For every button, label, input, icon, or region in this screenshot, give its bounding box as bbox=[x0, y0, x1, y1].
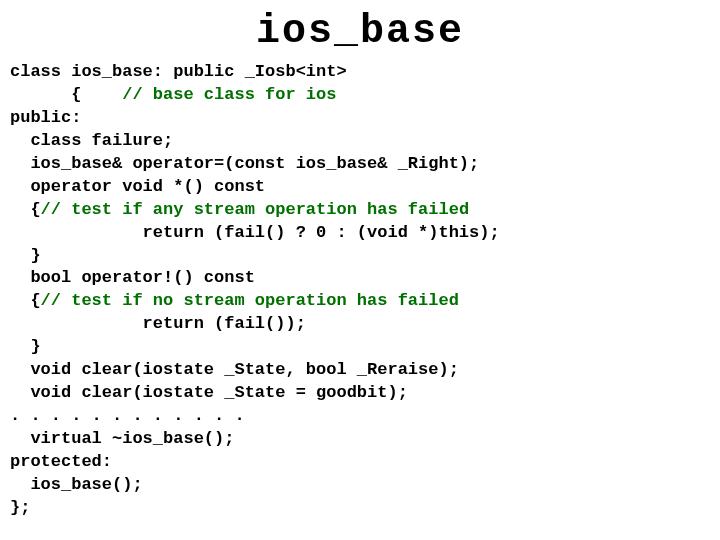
code-line: . . . . . . . . . . . . bbox=[10, 406, 245, 425]
code-line: void clear(iostate _State = goodbit); bbox=[10, 383, 408, 402]
code-line: ios_base& operator=(const ios_base& _Rig… bbox=[10, 154, 479, 173]
code-comment: // base class for ios bbox=[122, 85, 336, 104]
code-line: operator void *() const bbox=[10, 177, 265, 196]
code-line: { bbox=[10, 85, 122, 104]
code-line: void clear(iostate _State, bool _Reraise… bbox=[10, 360, 459, 379]
code-line: virtual ~ios_base(); bbox=[10, 429, 234, 448]
code-line: protected: bbox=[10, 452, 112, 471]
code-line: public: bbox=[10, 108, 81, 127]
code-line: { bbox=[10, 291, 41, 310]
code-line: } bbox=[10, 337, 41, 356]
page-title: ios_base bbox=[10, 5, 710, 59]
code-line: }; bbox=[10, 498, 30, 517]
code-line: ios_base(); bbox=[10, 475, 143, 494]
code-line: class failure; bbox=[10, 131, 173, 150]
code-block: class ios_base: public _Iosb<int> { // b… bbox=[10, 61, 710, 520]
code-comment: // test if any stream operation has fail… bbox=[41, 200, 469, 219]
code-comment: // test if no stream operation has faile… bbox=[41, 291, 459, 310]
code-line: bool operator!() const bbox=[10, 268, 255, 287]
code-line: { bbox=[10, 200, 41, 219]
code-line: class ios_base: public _Iosb<int> bbox=[10, 62, 347, 81]
code-line: return (fail() ? 0 : (void *)this); bbox=[10, 223, 500, 242]
code-line: return (fail()); bbox=[10, 314, 306, 333]
code-line: } bbox=[10, 246, 41, 265]
